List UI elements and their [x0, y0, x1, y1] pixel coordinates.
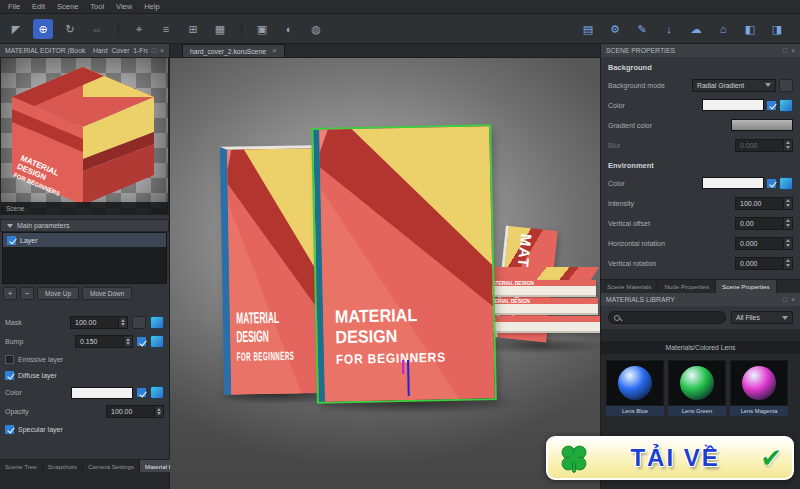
opacity-input[interactable]: 100.00 — [106, 405, 164, 418]
environment-color-swatch[interactable] — [702, 177, 764, 189]
intensity-stepper[interactable] — [783, 198, 792, 209]
panel-right-icon[interactable]: ◨ — [767, 19, 787, 39]
diffuse-checkbox[interactable] — [5, 371, 14, 380]
stacked-book[interactable]: MATERIAL DESIGN — [476, 298, 598, 315]
menu-scene[interactable]: Scene — [57, 2, 78, 11]
remove-layer-button[interactable]: − — [20, 287, 34, 300]
bump-input[interactable]: 0.150 — [75, 335, 133, 348]
gradient-color-swatch[interactable] — [731, 119, 793, 131]
menu-edit[interactable]: Edit — [32, 2, 45, 11]
menu-help[interactable]: Help — [144, 2, 159, 11]
download-watermark[interactable]: TẢI VỀ ✔ — [546, 436, 794, 480]
vertical-offset-stepper[interactable] — [783, 218, 792, 229]
materials-filter-dropdown[interactable]: All Files — [731, 311, 793, 324]
environment-texture-picker-icon[interactable] — [779, 177, 793, 190]
horizontal-rotation-input[interactable]: 0.000 — [735, 237, 793, 250]
download-icon[interactable]: ↓ — [659, 19, 679, 39]
opacity-stepper[interactable] — [154, 406, 163, 417]
move-tool-icon[interactable]: ⊕ — [33, 19, 53, 39]
home-icon[interactable]: ⌂ — [713, 19, 733, 39]
snapshot-tool-icon[interactable]: ▣ — [252, 19, 272, 39]
material-item-lens-green[interactable]: Lens Green — [668, 360, 726, 416]
material-preview-3d[interactable]: MATERIAL DESIGN FOR BEGINNERS Scene — [0, 57, 169, 215]
emissive-checkbox[interactable] — [5, 355, 14, 364]
focus-tool-icon[interactable]: ⌖ — [129, 19, 149, 39]
background-mode-reset-button[interactable] — [779, 79, 793, 92]
undock-icon[interactable]: □ — [152, 47, 156, 54]
materials-search-input[interactable] — [623, 314, 720, 321]
select-tool-icon[interactable]: ◤ — [6, 19, 26, 39]
environment-section-title: Environment — [601, 155, 800, 173]
tab-node-properties[interactable]: Node Properties — [658, 280, 716, 293]
tab-close-icon[interactable]: × — [272, 47, 277, 55]
stacked-book[interactable]: MATERIAL DESIGN — [480, 280, 596, 297]
intensity-input[interactable]: 100.00 — [735, 197, 793, 210]
book-object-selected[interactable]: MATERIAL DESIGN FOR BEGINNERS — [313, 126, 495, 402]
lens-sphere-icon — [680, 366, 714, 400]
background-texture-picker-icon[interactable] — [779, 99, 793, 112]
materials-category-bar[interactable]: Materials/Colored Lens — [601, 341, 800, 354]
mask-stepper[interactable] — [118, 317, 127, 328]
background-color-checkbox[interactable] — [767, 101, 776, 110]
tab-snapshots[interactable]: Snapshots — [43, 460, 83, 472]
material-item-lens-blue[interactable]: Lens Blue — [606, 360, 664, 416]
scale-tool-icon[interactable]: ⇔ — [87, 19, 107, 39]
main-parameters-header[interactable]: Main parameters — [0, 219, 169, 232]
snap-tool-icon[interactable]: ≡ — [156, 19, 176, 39]
mask-options-button[interactable] — [132, 316, 146, 329]
add-layer-button[interactable]: + — [3, 287, 17, 300]
horizontal-rotation-stepper[interactable] — [783, 238, 792, 249]
bump-stepper[interactable] — [123, 336, 132, 347]
bump-checkbox[interactable] — [137, 337, 146, 346]
close-icon[interactable]: × — [160, 47, 164, 54]
color-swatch[interactable] — [71, 387, 133, 399]
vertical-offset-input[interactable]: 0.00 — [735, 217, 793, 230]
move-up-button[interactable]: Move Up — [37, 287, 79, 300]
move-down-button[interactable]: Move Down — [82, 287, 132, 300]
environment-tool-icon[interactable]: ◍ — [306, 19, 326, 39]
gradient-color-label: Gradient color — [608, 122, 727, 129]
material-item-lens-magenta[interactable]: Lens Magenta — [730, 360, 788, 416]
undock-icon[interactable]: □ — [783, 47, 787, 54]
specular-checkbox[interactable] — [5, 425, 14, 434]
close-icon[interactable]: × — [791, 296, 795, 303]
tab-scene-tree[interactable]: Scene Tree — [0, 460, 43, 472]
tab-camera-settings[interactable]: Camera Settings — [83, 460, 140, 472]
menu-view[interactable]: View — [116, 2, 132, 11]
bump-texture-picker-icon[interactable] — [150, 335, 164, 348]
mask-input[interactable]: 100.00 — [70, 316, 128, 329]
scene-list-icon[interactable]: ▤ — [578, 19, 598, 39]
layer-row[interactable]: Layer — [3, 233, 166, 247]
rotate-tool-icon[interactable]: ↻ — [60, 19, 80, 39]
layer-checkbox[interactable] — [7, 236, 16, 245]
menu-tool[interactable]: Tool — [90, 2, 104, 11]
pattern-tool-icon[interactable]: ▦ — [210, 19, 230, 39]
color-checkbox[interactable] — [137, 388, 146, 397]
materials-search-box[interactable] — [608, 311, 726, 324]
tab-scene-materials[interactable]: Scene Materials — [601, 280, 658, 293]
background-mode-dropdown[interactable]: Radial Gradient — [692, 79, 776, 92]
scene-document-tab[interactable]: hard_cover_2.koruScene × — [182, 44, 285, 57]
color-texture-picker-icon[interactable] — [150, 386, 164, 399]
material-thumbnail — [606, 360, 664, 406]
tab-scene-properties[interactable]: Scene Properties — [716, 280, 776, 293]
background-section-title: Background — [601, 57, 800, 75]
undock-icon[interactable]: □ — [783, 296, 787, 303]
grid-tool-icon[interactable]: ⊞ — [183, 19, 203, 39]
mask-texture-picker-icon[interactable] — [150, 316, 164, 329]
layer-list[interactable]: Layer — [2, 232, 167, 284]
close-icon[interactable]: × — [791, 47, 795, 54]
render-tool-icon[interactable]: ◐ — [279, 19, 299, 39]
vertical-rotation-input[interactable]: 0.000 — [735, 257, 793, 270]
cloud-icon[interactable]: ☁ — [686, 19, 706, 39]
environment-color-checkbox[interactable] — [767, 179, 776, 188]
gizmo-axis-icon[interactable] — [402, 360, 404, 374]
viewport-3d[interactable]: MATERIAL DESIGN FOR BEGINNERS MATERIAL M… — [170, 58, 600, 489]
menu-file[interactable]: File — [8, 2, 20, 11]
settings-gear-icon[interactable]: ⚙ — [605, 19, 625, 39]
background-color-swatch[interactable] — [702, 99, 764, 111]
book-object-left[interactable]: MATERIAL DESIGN FOR BEGINNERS — [220, 145, 320, 395]
panel-left-icon[interactable]: ◧ — [740, 19, 760, 39]
vertical-rotation-stepper[interactable] — [783, 258, 792, 269]
edit-icon[interactable]: ✎ — [632, 19, 652, 39]
